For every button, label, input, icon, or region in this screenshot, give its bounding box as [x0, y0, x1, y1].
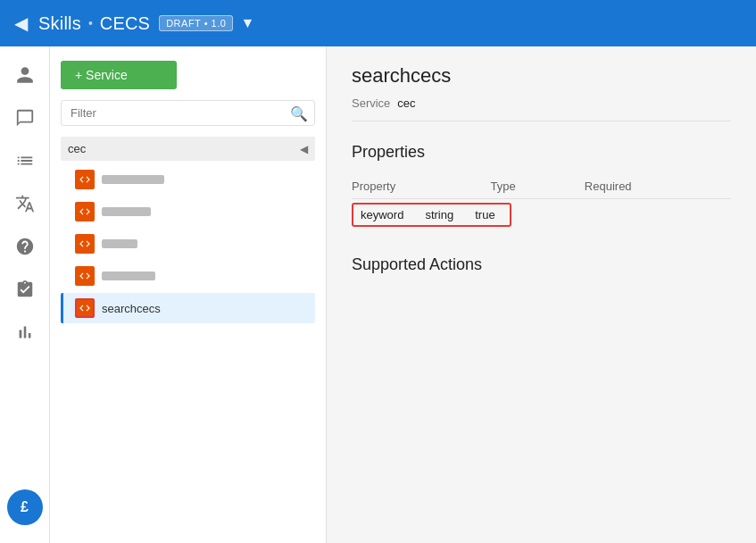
- nav-chat-icon[interactable]: [7, 100, 43, 136]
- main-layout: £ + Service 🔍 cec ◀: [0, 46, 756, 543]
- meta-service: Service cec: [352, 96, 416, 110]
- prop-required: true: [468, 205, 509, 225]
- meta-service-value: cec: [397, 96, 415, 110]
- list-item[interactable]: [61, 261, 315, 291]
- left-panel: + Service 🔍 cec ◀: [50, 46, 327, 543]
- item-label-blur: [102, 173, 308, 187]
- add-service-button[interactable]: + Service: [61, 61, 177, 89]
- currency-symbol: £: [21, 499, 29, 515]
- nav-help-icon[interactable]: [7, 229, 43, 264]
- item-code-icon-selected: [75, 298, 95, 318]
- prop-type: string: [418, 205, 468, 225]
- col-type: Type: [490, 174, 584, 199]
- list-item-searchcecs[interactable]: searchcecs: [61, 293, 315, 323]
- nav-task-icon[interactable]: [7, 272, 43, 307]
- col-property: Property: [352, 174, 490, 199]
- properties-table: Property Type Required keyword string tr…: [352, 174, 731, 230]
- detail-meta: Service cec: [352, 96, 731, 121]
- tree-group-label: cec: [68, 142, 86, 155]
- table-row: keyword string true: [352, 199, 731, 231]
- item-code-icon: [75, 170, 95, 189]
- filter-wrap: 🔍: [61, 100, 315, 126]
- header-chevron-icon[interactable]: ▼: [240, 15, 254, 31]
- item-label-blur: [102, 270, 308, 283]
- item-code-icon: [75, 266, 95, 286]
- item-code-icon: [75, 202, 95, 221]
- currency-icon[interactable]: £: [7, 489, 43, 525]
- back-button[interactable]: ◀: [14, 13, 28, 34]
- list-item[interactable]: [61, 196, 315, 227]
- item-label-blur: [102, 238, 308, 251]
- filter-input[interactable]: [61, 100, 315, 126]
- meta-service-key: Service: [352, 96, 390, 110]
- draft-badge: DRAFT • 1.0: [159, 15, 233, 31]
- header-dot: •: [88, 16, 93, 30]
- list-item[interactable]: [61, 164, 315, 195]
- header-title: Skills: [38, 13, 81, 34]
- list-item[interactable]: [61, 229, 315, 259]
- content-area: + Service 🔍 cec ◀: [50, 46, 756, 543]
- detail-title: searchcecs: [352, 64, 731, 88]
- item-code-icon: [75, 234, 95, 254]
- header-subtitle: CECS: [100, 13, 150, 34]
- nav-chart-icon[interactable]: [7, 314, 43, 350]
- nav-person-icon[interactable]: [7, 57, 43, 93]
- col-required: Required: [585, 174, 731, 199]
- tree-container: cec ◀: [61, 137, 315, 532]
- tree-group-cec[interactable]: cec ◀: [61, 137, 315, 161]
- item-label-searchcecs: searchcecs: [102, 302, 308, 315]
- prop-keyword: keyword: [353, 205, 418, 225]
- tree-group-chevron-icon: ◀: [300, 143, 308, 155]
- app-header: ◀ Skills • CECS DRAFT • 1.0 ▼: [0, 0, 756, 46]
- supported-actions-title: Supported Actions: [352, 255, 731, 274]
- nav-sidebar: £: [0, 46, 50, 543]
- item-label-blur: [102, 205, 308, 219]
- properties-section-title: Properties: [352, 143, 731, 162]
- nav-translate-icon[interactable]: [7, 186, 43, 221]
- nav-list-icon[interactable]: [7, 143, 43, 179]
- right-panel: searchcecs Service cec Properties Proper…: [327, 46, 756, 543]
